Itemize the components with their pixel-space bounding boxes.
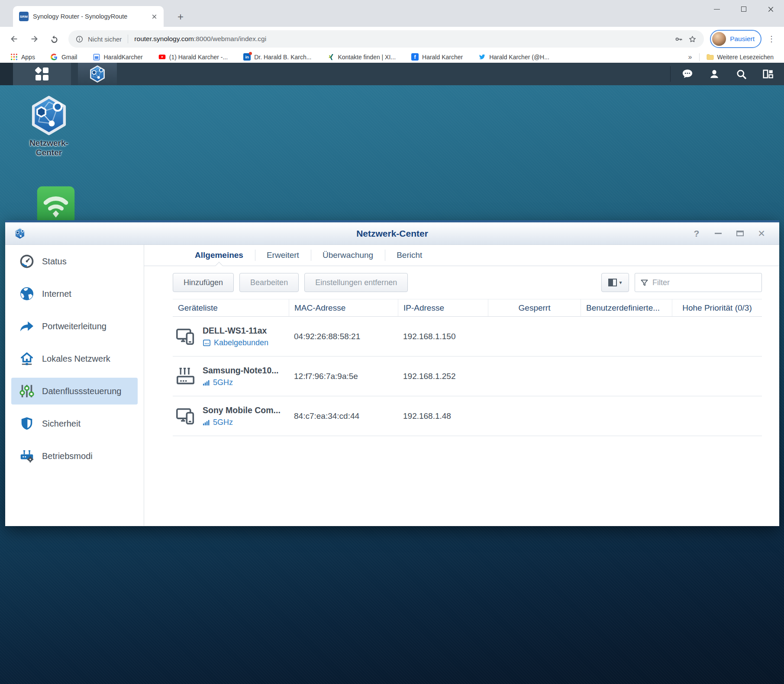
search-button[interactable] [728,63,755,85]
window-maximize-button[interactable] [731,226,749,241]
remove-settings-button[interactable]: Einstellungen entfernen [304,273,408,292]
tab-bericht[interactable]: Bericht [385,245,434,266]
ip-address: 192.168.1.252 [398,372,488,381]
tab-close-icon[interactable] [151,13,158,20]
netzwerk-center-window: Netzwerk-Center ? ✕ Status [5,220,779,526]
ip-address: 192.168.1.48 [398,411,488,421]
col-ip-adresse[interactable]: IP-Adresse [398,299,488,316]
reload-icon[interactable] [46,31,62,47]
col-hohe-prioritaet[interactable]: Hohe Priorität (0/3) [672,299,762,316]
twitter-icon [478,53,486,61]
add-button[interactable]: Hinzufügen [173,273,234,292]
widgets-button[interactable] [755,63,781,85]
home-network-icon [19,351,35,366]
notifications-button[interactable] [674,63,701,85]
filter-input[interactable] [652,278,756,287]
tab-allgemeines[interactable]: Allgemeines [183,245,255,266]
tab-title: Synology Router - SynologyRoute [33,13,147,20]
connection-link[interactable]: 5GHz [203,378,279,387]
os-close-button[interactable] [757,0,784,18]
col-mac-adresse[interactable]: MAC-Adresse [289,299,398,316]
network-center-icon [89,65,106,83]
desktop-icon-netzwerk-center[interactable]: Netzwerk-Center [21,96,77,157]
bookmark-facebook[interactable]: f Harald Karcher [411,53,463,61]
bookmark-twitter[interactable]: Harald Karcher (@H... [478,53,549,61]
new-tab-button[interactable]: + [173,10,188,24]
sidebar-item-lokales-netzwerk[interactable]: Lokales Netzwerk [11,345,138,372]
sidebar-item-internet[interactable]: Internet [11,280,138,307]
address-bar[interactable]: Nicht sicher router.synology.com:8000/we… [68,30,704,48]
bookmark-gmail[interactable]: Gmail [51,53,77,61]
url-text[interactable]: router.synology.com:8000/webman/index.cg… [134,35,266,43]
window-content: Allgemeines Erweitert Überwachung Berich… [144,245,779,526]
password-key-icon[interactable] [674,35,684,44]
bookmarks-overflow-icon[interactable]: » [688,53,692,61]
bookmark-youtube[interactable]: (1) Harald Karcher -... [158,53,228,61]
chat-bubble-icon [681,68,694,80]
sidebar-item-betriebsmodi[interactable]: Betriebsmodi [11,443,138,469]
router-gear-icon [19,448,35,464]
mac-address: 04:92:26:88:58:21 [289,332,398,341]
search-icon [736,68,747,80]
col-benutzerdefinierte[interactable]: Benutzerdefinierte... [581,299,672,316]
window-titlebar[interactable]: Netzwerk-Center ? ✕ [5,222,779,245]
connection-link[interactable]: Kabelgebunden [203,338,268,347]
show-desktop-button[interactable] [0,63,13,85]
connection-link[interactable]: 5GHz [203,418,281,427]
filter-box[interactable] [635,273,762,292]
os-minimize-button[interactable] [703,0,730,18]
browser-tab[interactable]: SRM Synology Router - SynologyRoute [13,6,164,27]
window-help-button[interactable]: ? [687,226,706,241]
xing-icon [327,53,334,61]
bookmark-haraldkarcher[interactable]: HaraldKarcher [93,53,142,61]
col-geraeteliste[interactable]: Geräteliste [173,299,289,316]
shield-icon [19,416,35,431]
site-window-icon [93,53,100,61]
signal-bars-icon [203,379,210,386]
device-name: DELL-WS1-11ax [203,326,268,336]
browser-chrome: SRM Synology Router - SynologyRoute + [0,0,784,63]
sidebar-item-sicherheit[interactable]: Sicherheit [11,410,138,437]
info-icon[interactable] [75,35,84,43]
browser-menu-icon[interactable]: ⋮ [765,34,778,44]
bookmark-linkedin[interactable]: in Dr. Harald B. Karch... [243,53,311,61]
tab-erweitert[interactable]: Erweitert [255,245,311,266]
back-icon[interactable] [6,31,23,47]
os-window-controls [703,0,784,18]
other-bookmarks-folder[interactable]: Weitere Lesezeichen [707,53,774,61]
profile-button[interactable]: Pausiert [710,30,761,48]
table-row[interactable]: Samsung-Note10... 5GHz 12:f7 [173,356,762,396]
sidebar-item-status[interactable]: Status [11,248,138,275]
edit-button[interactable]: Bearbeiten [239,273,299,292]
security-label[interactable]: Nicht sicher [88,35,122,43]
widgets-icon [762,68,774,80]
avatar [712,32,726,46]
window-close-button[interactable]: ✕ [752,226,771,241]
forward-arrow-icon [19,318,35,334]
bookmark-apps[interactable]: Apps [10,53,35,61]
signal-bars-icon [203,419,210,426]
table-row[interactable]: DELL-WS1-11ax Kabelgebunden [173,317,762,356]
browser-toolbar: Nicht sicher router.synology.com:8000/we… [0,27,784,51]
col-gesperrt[interactable]: Gesperrt [488,299,581,316]
screen: { "glyphs": { "plus": "+", "dots": "⋮", … [0,0,784,684]
sidebar-item-datenflusssteuerung[interactable]: Datenflusssteuerung [11,378,138,405]
bookmark-xing[interactable]: Kontakte finden | XI... [327,53,396,61]
sidebar-item-portweiterleitung[interactable]: Portweiterleitung [11,313,138,340]
os-maximize-button[interactable] [730,0,757,18]
window-minimize-button[interactable] [709,226,727,241]
sliders-icon [19,383,35,399]
taskbar-app-netzwerk-center[interactable] [78,63,117,85]
action-toolbar: Hinzufügen Bearbeiten Einstellungen entf… [144,266,779,299]
user-options-button[interactable] [701,63,728,85]
forward-icon[interactable] [26,31,42,47]
computer-phone-icon [175,406,196,426]
desktop-icon-wifi[interactable] [36,186,75,225]
table-row[interactable]: Sony Mobile Com... 5GHz 84:c [173,396,762,436]
column-chooser-button[interactable]: ▾ [601,273,629,292]
youtube-icon [158,53,166,61]
tab-ueberwachung[interactable]: Überwachung [311,245,385,266]
bookmark-star-icon[interactable] [688,35,697,44]
mac-address: 84:c7:ea:34:cd:44 [289,411,398,421]
main-menu-button[interactable] [13,63,71,85]
